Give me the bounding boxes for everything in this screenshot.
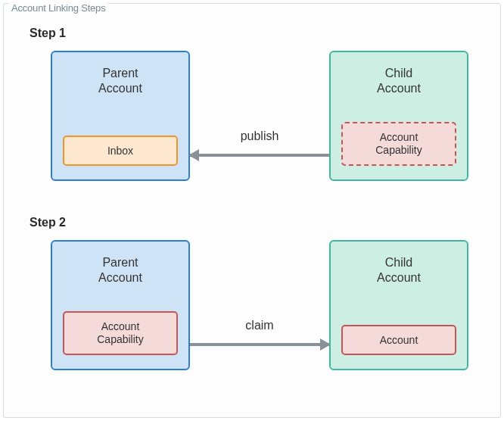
- step1-parent-inbox: Inbox: [63, 136, 178, 166]
- step2-label: Step 2: [30, 216, 66, 229]
- arrow-line-icon: [190, 343, 329, 346]
- step2-arrow: claim: [190, 335, 329, 354]
- diagram-content: Step 1 ParentAccount Inbox ChildAccount …: [4, 4, 500, 417]
- step2-parent-capability: AccountCapability: [63, 311, 178, 355]
- step1-arrow: publish: [190, 146, 329, 164]
- step2-child-title: ChildAccount: [331, 242, 467, 285]
- step1-child-title: ChildAccount: [331, 52, 467, 96]
- step1-child-account-box: ChildAccount AccountCapability: [329, 51, 468, 181]
- step2-parent-title: ParentAccount: [52, 242, 188, 285]
- step1-parent-title: ParentAccount: [52, 52, 188, 96]
- step1-child-capability: AccountCapability: [341, 122, 456, 166]
- arrow-head-right-icon: [320, 338, 331, 351]
- arrow-head-left-icon: [188, 149, 199, 161]
- diagram-panel: Account Linking Steps Step 1 ParentAccou…: [3, 3, 501, 418]
- step2-arrow-label: claim: [190, 319, 329, 332]
- arrow-line-icon: [190, 154, 329, 157]
- step1-parent-account-box: ParentAccount Inbox: [51, 51, 190, 181]
- step1-label: Step 1: [30, 27, 66, 40]
- step1-arrow-label: publish: [190, 129, 329, 143]
- step2-child-account: Account: [341, 325, 456, 355]
- step2-parent-account-box: ParentAccount AccountCapability: [51, 240, 190, 370]
- step2-child-account-box: ChildAccount Account: [329, 240, 468, 370]
